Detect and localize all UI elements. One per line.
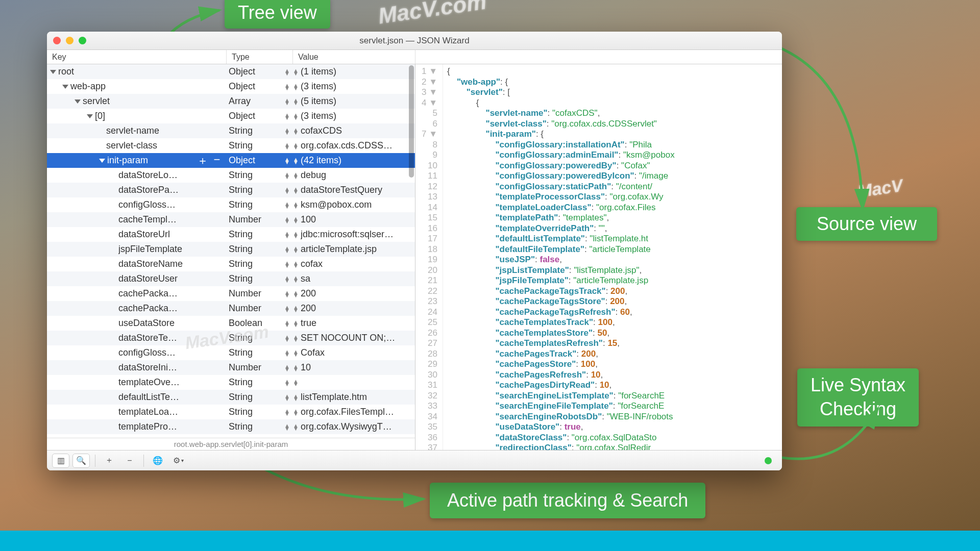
type-select[interactable]: String — [229, 229, 253, 240]
code-line[interactable]: "cachePagesStore": 100, — [447, 359, 782, 370]
code-line[interactable]: "configGlossary:poweredBy": "Cofax" — [447, 161, 782, 171]
value-label[interactable]: SET NOCOUNT ON;… — [301, 333, 395, 343]
value-label[interactable]: 100 — [301, 214, 316, 225]
code-line[interactable]: "cachePagesTrack": 200, — [447, 349, 782, 360]
header-value[interactable]: Value — [293, 50, 415, 64]
value-label[interactable]: (3 items) — [301, 111, 336, 121]
type-select[interactable]: String — [229, 392, 253, 403]
type-select[interactable]: Number — [229, 214, 261, 225]
code-line[interactable]: "cachePackageTagsRefresh": 60, — [447, 307, 782, 318]
type-select[interactable]: Object — [229, 81, 255, 92]
type-select[interactable]: String — [229, 126, 253, 136]
tree-row[interactable]: dataStorePa…String▲▼▲▼dataStoreTestQuery — [47, 183, 415, 197]
code-line[interactable]: "defaultListTemplate": "listTemplate.ht — [447, 234, 782, 244]
tree-row[interactable]: rootObject▲▼▲▼(1 items) — [47, 64, 415, 79]
disclosure-triangle-icon[interactable] — [75, 99, 81, 104]
value-label[interactable]: org.cofax.cds.CDSS… — [301, 140, 393, 151]
type-select[interactable]: String — [229, 259, 253, 269]
globe-button[interactable]: 🌐 — [149, 454, 166, 468]
code-line[interactable]: "searchEngineRobotsDb": "WEB-INF/robots — [447, 412, 782, 422]
tree-row[interactable]: [0]Object▲▼▲▼(3 items) — [47, 109, 415, 123]
type-select[interactable]: Object — [229, 66, 255, 77]
value-label[interactable]: ksm@pobox.com — [301, 199, 372, 210]
type-select[interactable]: Number — [229, 362, 261, 373]
tree-row[interactable]: servlet-classString▲▼▲▼org.cofax.cds.CDS… — [47, 138, 415, 153]
remove-button[interactable]: − — [121, 454, 138, 468]
value-label[interactable]: jdbc:microsoft:sqlser… — [301, 229, 394, 240]
type-select[interactable]: String — [229, 333, 253, 343]
type-select[interactable]: String — [229, 170, 253, 181]
header-type[interactable]: Type — [227, 50, 293, 64]
tree-row[interactable]: templateLoa…String▲▼▲▼org.cofax.FilesTem… — [47, 405, 415, 419]
code-line[interactable]: "useDataStore": true, — [447, 422, 782, 433]
code-line[interactable]: "configGlossary:staticPath": "/content/ — [447, 182, 782, 192]
tree-row[interactable]: dataStoreIni…Number▲▼▲▼10 — [47, 360, 415, 375]
code-line[interactable]: "jspListTemplate": "listTemplate.jsp", — [447, 265, 782, 276]
code-line[interactable]: "dataStoreClass": "org.cofax.SqlDataSto — [447, 433, 782, 443]
add-button[interactable]: ＋ — [101, 454, 118, 468]
value-label[interactable]: debug — [301, 170, 326, 181]
line-number[interactable]: 1 ▼ — [415, 66, 437, 77]
type-select[interactable]: Array — [229, 96, 251, 107]
code-line[interactable]: "templateOverridePath": "", — [447, 223, 782, 234]
tree-scroll[interactable]: rootObject▲▼▲▼(1 items)web-appObject▲▼▲▼… — [47, 64, 415, 438]
type-select[interactable]: Number — [229, 303, 261, 314]
disclosure-triangle-icon[interactable] — [50, 70, 56, 74]
type-select[interactable]: String — [229, 377, 253, 388]
code-line[interactable]: "cachePagesDirtyRead": 10, — [447, 380, 782, 391]
code-line[interactable]: { — [447, 98, 782, 109]
tree-row[interactable]: web-appObject▲▼▲▼(3 items) — [47, 79, 415, 94]
code-line[interactable]: "cachePagesRefresh": 10, — [447, 370, 782, 381]
code-line[interactable]: "jspFileTemplate": "articleTemplate.jsp — [447, 276, 782, 286]
code-line[interactable]: "cachePackageTagsTrack": 200, — [447, 286, 782, 297]
add-child-button[interactable]: ＋ — [197, 153, 206, 168]
type-select[interactable]: Object — [229, 155, 255, 166]
code-line[interactable]: "servlet": [ — [447, 87, 782, 98]
value-label[interactable]: org.cofax.WysiwygT… — [301, 421, 392, 432]
remove-node-button[interactable]: − — [212, 153, 222, 168]
code-line[interactable]: "redirectionClass": "org.cofax.SqlRedir — [447, 443, 782, 450]
tree-row[interactable]: useDataStoreBoolean▲▼▲▼true — [47, 316, 415, 331]
type-select[interactable]: String — [229, 185, 253, 195]
code-line[interactable]: "searchEngineListTemplate": "forSearchE — [447, 391, 782, 402]
type-select[interactable]: String — [229, 347, 253, 358]
code-line[interactable]: "templateProcessorClass": "org.cofax.Wy — [447, 192, 782, 203]
code-editor[interactable]: { "web-app": { "servlet": [ { "servlet-n… — [443, 64, 782, 450]
type-select[interactable]: String — [229, 244, 253, 255]
header-key[interactable]: Key — [47, 50, 227, 64]
tree-row[interactable]: init-param＋−Object▲▼▲▼(42 items) — [47, 153, 415, 168]
tree-row[interactable]: templateOve…String▲▼▲▼ — [47, 375, 415, 390]
search-button[interactable]: 🔍 — [72, 454, 90, 468]
tree-row[interactable]: templatePro…String▲▼▲▼org.cofax.WysiwygT… — [47, 419, 415, 434]
code-line[interactable]: "cacheTemplatesTrack": 100, — [447, 317, 782, 328]
value-label[interactable]: dataStoreTestQuery — [301, 185, 382, 195]
code-line[interactable]: "servlet-name": "cofaxCDS", — [447, 108, 782, 119]
line-number[interactable]: 3 ▼ — [415, 87, 437, 98]
value-label[interactable]: 200 — [301, 303, 316, 314]
scrollbar[interactable] — [409, 65, 414, 178]
value-label[interactable]: (42 items) — [301, 155, 341, 166]
tree-row[interactable]: cachePacka…Number▲▼▲▼200 — [47, 286, 415, 301]
tree-row[interactable]: servlet-nameString▲▼▲▼cofaxCDS — [47, 123, 415, 138]
value-label[interactable]: listTemplate.htm — [301, 392, 367, 403]
code-line[interactable]: "cacheTemplatesRefresh": 15, — [447, 338, 782, 349]
tree-row[interactable]: cacheTempl…Number▲▼▲▼100 — [47, 212, 415, 227]
code-line[interactable]: "configGlossary:poweredByIcon": "/image — [447, 171, 782, 182]
tree-row[interactable]: dataStoreUserString▲▼▲▼sa — [47, 271, 415, 286]
tree-row[interactable]: dataStoreLo…String▲▼▲▼debug — [47, 168, 415, 183]
disclosure-triangle-icon[interactable] — [62, 85, 68, 89]
value-label[interactable]: 10 — [301, 362, 311, 373]
tree-row[interactable]: servletArray▲▼▲▼(5 items) — [47, 94, 415, 109]
value-label[interactable]: cofax — [301, 259, 323, 269]
value-label[interactable]: (1 items) — [301, 66, 336, 77]
type-select[interactable]: String — [229, 421, 253, 432]
value-label[interactable]: (3 items) — [301, 81, 336, 92]
disclosure-triangle-icon[interactable] — [99, 159, 105, 163]
tree-row[interactable]: dataStoreNameString▲▼▲▼cofax — [47, 257, 415, 271]
code-line[interactable]: "useJSP": false, — [447, 255, 782, 265]
type-select[interactable]: String — [229, 199, 253, 210]
line-number[interactable]: 4 ▼ — [415, 98, 437, 109]
type-select[interactable]: String — [229, 407, 253, 417]
code-line[interactable]: "templateLoaderClass": "org.cofax.Files — [447, 203, 782, 213]
value-label[interactable]: sa — [301, 273, 310, 284]
